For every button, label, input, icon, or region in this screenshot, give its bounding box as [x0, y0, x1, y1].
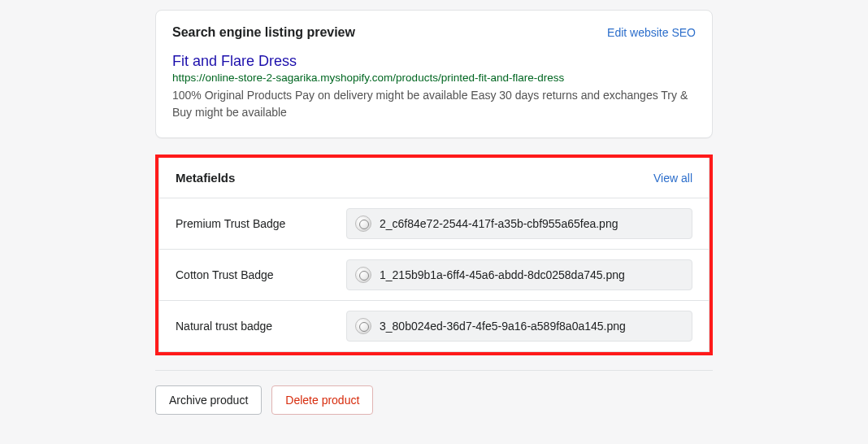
metafields-highlight: Metafields View all Premium Trust Badge … — [155, 155, 713, 355]
metafields-heading: Metafields — [176, 171, 235, 185]
metafield-label: Premium Trust Badge — [176, 217, 346, 230]
metafield-filename: 1_215b9b1a-6ff4-45a6-abdd-8dc0258da745.p… — [380, 268, 625, 281]
view-all-link[interactable]: View all — [653, 172, 692, 185]
metafield-row: Cotton Trust Badge 1_215b9b1a-6ff4-45a6-… — [159, 250, 709, 301]
metafield-value[interactable]: 3_80b024ed-36d7-4fe5-9a16-a589f8a0a145.p… — [346, 311, 692, 342]
divider — [155, 370, 713, 371]
metafield-label: Cotton Trust Badge — [176, 268, 346, 281]
metafield-value[interactable]: 2_c6f84e72-2544-417f-a35b-cbf955a65fea.p… — [346, 208, 692, 239]
metafield-filename: 3_80b024ed-36d7-4fe5-9a16-a589f8a0a145.p… — [380, 320, 626, 333]
seo-preview-card: Search engine listing preview Edit websi… — [155, 10, 713, 138]
image-thumb-icon — [355, 215, 371, 232]
image-thumb-icon — [355, 267, 371, 283]
seo-title: Fit and Flare Dress — [172, 53, 696, 70]
metafields-card: Metafields View all Premium Trust Badge … — [158, 158, 710, 352]
metafield-row: Natural trust badge 3_80b024ed-36d7-4fe5… — [159, 301, 709, 351]
seo-preview-heading: Search engine listing preview — [172, 25, 355, 40]
metafield-label: Natural trust badge — [176, 320, 346, 333]
metafield-filename: 2_c6f84e72-2544-417f-a35b-cbf955a65fea.p… — [380, 217, 618, 230]
edit-seo-link[interactable]: Edit website SEO — [607, 26, 696, 39]
metafield-row: Premium Trust Badge 2_c6f84e72-2544-417f… — [159, 198, 709, 250]
archive-product-button[interactable]: Archive product — [155, 385, 262, 415]
seo-description: 100% Original Products Pay on delivery m… — [172, 87, 696, 121]
metafield-value[interactable]: 1_215b9b1a-6ff4-45a6-abdd-8dc0258da745.p… — [346, 259, 692, 290]
delete-product-button[interactable]: Delete product — [271, 385, 373, 415]
image-thumb-icon — [355, 318, 371, 334]
seo-url: https://online-store-2-sagarika.myshopif… — [172, 72, 696, 84]
product-actions: Archive product Delete product — [155, 385, 713, 431]
